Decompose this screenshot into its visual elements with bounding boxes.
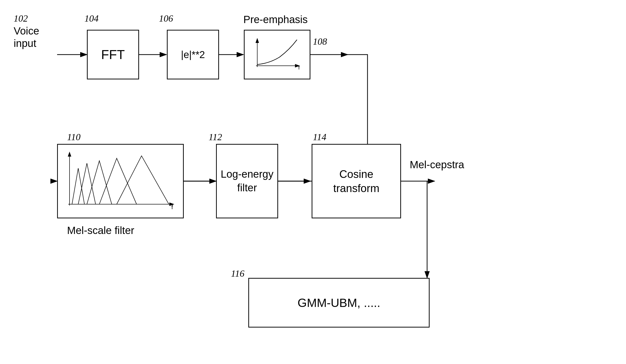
pre-emphasis-box: f	[244, 30, 311, 79]
mel-filter-graph: f	[62, 148, 179, 214]
voice-input-label: Voice input	[14, 25, 39, 50]
ref-116: 116	[231, 268, 244, 279]
mel-scale-filter-label: Mel-scale filter	[67, 224, 134, 236]
diagram-container: 102 Voice input 104 FFT 106 |e|**2 Pre-e…	[0, 0, 626, 364]
fft-box: FFT	[87, 30, 139, 79]
mel-scale-filter-box: f	[57, 144, 184, 218]
ref-104: 104	[84, 13, 99, 24]
svg-text:f: f	[171, 204, 173, 210]
ref-102: 102	[14, 13, 28, 24]
ref-106: 106	[159, 13, 173, 24]
svg-text:f: f	[298, 65, 300, 71]
ref-110: 110	[67, 132, 80, 143]
pre-emphasis-graph: f	[250, 35, 305, 74]
log-energy-box: Log-energy filter	[216, 144, 278, 218]
ref-114: 114	[313, 132, 326, 143]
cosine-transform-box: Cosine transform	[312, 144, 401, 218]
gmm-ubm-box: GMM-UBM, .....	[248, 278, 430, 328]
power-box: |e|**2	[167, 30, 219, 79]
ref-108: 108	[313, 36, 327, 47]
ref-112: 112	[209, 132, 222, 143]
pre-emphasis-label: Pre-emphasis	[243, 14, 308, 26]
mel-cepstra-label: Mel-cepstra	[410, 159, 464, 171]
